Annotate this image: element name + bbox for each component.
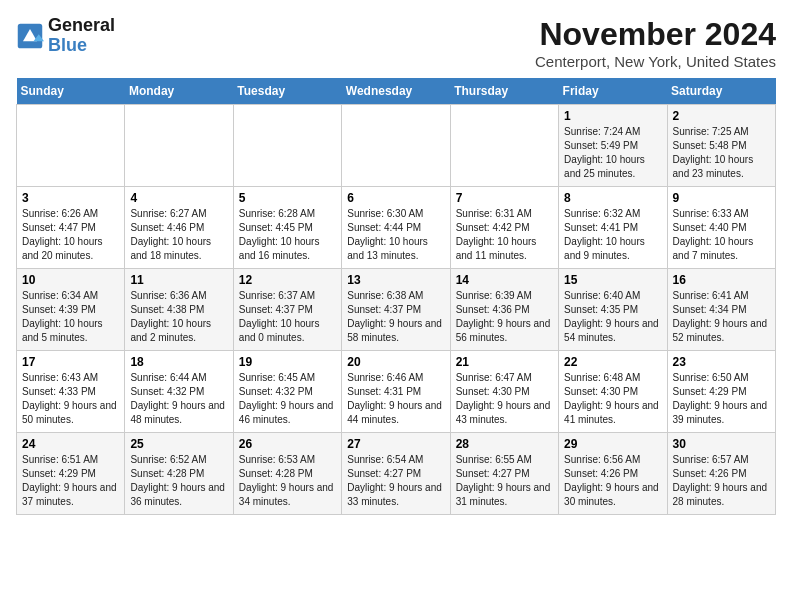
day-number: 14 <box>456 273 553 287</box>
calendar-cell: 12Sunrise: 6:37 AM Sunset: 4:37 PM Dayli… <box>233 269 341 351</box>
day-info: Sunrise: 6:27 AM Sunset: 4:46 PM Dayligh… <box>130 207 227 263</box>
calendar-cell: 8Sunrise: 6:32 AM Sunset: 4:41 PM Daylig… <box>559 187 667 269</box>
day-number: 16 <box>673 273 770 287</box>
weekday-header-saturday: Saturday <box>667 78 775 105</box>
day-info: Sunrise: 6:47 AM Sunset: 4:30 PM Dayligh… <box>456 371 553 427</box>
calendar-cell: 23Sunrise: 6:50 AM Sunset: 4:29 PM Dayli… <box>667 351 775 433</box>
calendar-cell: 18Sunrise: 6:44 AM Sunset: 4:32 PM Dayli… <box>125 351 233 433</box>
calendar-cell <box>233 105 341 187</box>
calendar-cell <box>125 105 233 187</box>
calendar-cell: 14Sunrise: 6:39 AM Sunset: 4:36 PM Dayli… <box>450 269 558 351</box>
weekday-header-thursday: Thursday <box>450 78 558 105</box>
calendar-cell: 17Sunrise: 6:43 AM Sunset: 4:33 PM Dayli… <box>17 351 125 433</box>
day-number: 4 <box>130 191 227 205</box>
day-info: Sunrise: 6:54 AM Sunset: 4:27 PM Dayligh… <box>347 453 444 509</box>
day-number: 13 <box>347 273 444 287</box>
calendar-cell <box>17 105 125 187</box>
day-info: Sunrise: 6:43 AM Sunset: 4:33 PM Dayligh… <box>22 371 119 427</box>
header: General Blue November 2024 Centerport, N… <box>16 16 776 70</box>
day-info: Sunrise: 6:41 AM Sunset: 4:34 PM Dayligh… <box>673 289 770 345</box>
day-number: 19 <box>239 355 336 369</box>
logo-icon <box>16 22 44 50</box>
day-number: 1 <box>564 109 661 123</box>
day-number: 6 <box>347 191 444 205</box>
day-info: Sunrise: 6:26 AM Sunset: 4:47 PM Dayligh… <box>22 207 119 263</box>
day-info: Sunrise: 6:52 AM Sunset: 4:28 PM Dayligh… <box>130 453 227 509</box>
logo-line2: Blue <box>48 36 115 56</box>
day-info: Sunrise: 6:34 AM Sunset: 4:39 PM Dayligh… <box>22 289 119 345</box>
title-area: November 2024 Centerport, New York, Unit… <box>535 16 776 70</box>
calendar-cell: 10Sunrise: 6:34 AM Sunset: 4:39 PM Dayli… <box>17 269 125 351</box>
calendar-cell: 15Sunrise: 6:40 AM Sunset: 4:35 PM Dayli… <box>559 269 667 351</box>
weekday-header-tuesday: Tuesday <box>233 78 341 105</box>
calendar-cell: 21Sunrise: 6:47 AM Sunset: 4:30 PM Dayli… <box>450 351 558 433</box>
day-info: Sunrise: 6:51 AM Sunset: 4:29 PM Dayligh… <box>22 453 119 509</box>
week-row-0: 1Sunrise: 7:24 AM Sunset: 5:49 PM Daylig… <box>17 105 776 187</box>
weekday-header-sunday: Sunday <box>17 78 125 105</box>
day-info: Sunrise: 6:56 AM Sunset: 4:26 PM Dayligh… <box>564 453 661 509</box>
day-info: Sunrise: 7:24 AM Sunset: 5:49 PM Dayligh… <box>564 125 661 181</box>
week-row-3: 17Sunrise: 6:43 AM Sunset: 4:33 PM Dayli… <box>17 351 776 433</box>
day-number: 24 <box>22 437 119 451</box>
day-number: 18 <box>130 355 227 369</box>
calendar-cell: 22Sunrise: 6:48 AM Sunset: 4:30 PM Dayli… <box>559 351 667 433</box>
weekday-header-friday: Friday <box>559 78 667 105</box>
day-info: Sunrise: 6:37 AM Sunset: 4:37 PM Dayligh… <box>239 289 336 345</box>
day-info: Sunrise: 6:50 AM Sunset: 4:29 PM Dayligh… <box>673 371 770 427</box>
day-number: 10 <box>22 273 119 287</box>
day-info: Sunrise: 6:31 AM Sunset: 4:42 PM Dayligh… <box>456 207 553 263</box>
calendar-cell: 1Sunrise: 7:24 AM Sunset: 5:49 PM Daylig… <box>559 105 667 187</box>
calendar-cell: 30Sunrise: 6:57 AM Sunset: 4:26 PM Dayli… <box>667 433 775 515</box>
calendar-cell: 7Sunrise: 6:31 AM Sunset: 4:42 PM Daylig… <box>450 187 558 269</box>
day-info: Sunrise: 6:48 AM Sunset: 4:30 PM Dayligh… <box>564 371 661 427</box>
calendar-cell: 20Sunrise: 6:46 AM Sunset: 4:31 PM Dayli… <box>342 351 450 433</box>
calendar-cell: 16Sunrise: 6:41 AM Sunset: 4:34 PM Dayli… <box>667 269 775 351</box>
weekday-header-row: SundayMondayTuesdayWednesdayThursdayFrid… <box>17 78 776 105</box>
month-title: November 2024 <box>535 16 776 53</box>
day-number: 27 <box>347 437 444 451</box>
day-number: 25 <box>130 437 227 451</box>
location-title: Centerport, New York, United States <box>535 53 776 70</box>
logo-text: General Blue <box>48 16 115 56</box>
calendar-cell: 29Sunrise: 6:56 AM Sunset: 4:26 PM Dayli… <box>559 433 667 515</box>
weekday-header-wednesday: Wednesday <box>342 78 450 105</box>
calendar-table: SundayMondayTuesdayWednesdayThursdayFrid… <box>16 78 776 515</box>
calendar-cell: 28Sunrise: 6:55 AM Sunset: 4:27 PM Dayli… <box>450 433 558 515</box>
calendar-cell: 27Sunrise: 6:54 AM Sunset: 4:27 PM Dayli… <box>342 433 450 515</box>
day-info: Sunrise: 6:28 AM Sunset: 4:45 PM Dayligh… <box>239 207 336 263</box>
day-number: 2 <box>673 109 770 123</box>
calendar-cell: 5Sunrise: 6:28 AM Sunset: 4:45 PM Daylig… <box>233 187 341 269</box>
day-number: 22 <box>564 355 661 369</box>
calendar-cell: 19Sunrise: 6:45 AM Sunset: 4:32 PM Dayli… <box>233 351 341 433</box>
day-number: 20 <box>347 355 444 369</box>
day-number: 3 <box>22 191 119 205</box>
day-info: Sunrise: 6:53 AM Sunset: 4:28 PM Dayligh… <box>239 453 336 509</box>
day-info: Sunrise: 7:25 AM Sunset: 5:48 PM Dayligh… <box>673 125 770 181</box>
day-number: 12 <box>239 273 336 287</box>
day-number: 5 <box>239 191 336 205</box>
day-info: Sunrise: 6:36 AM Sunset: 4:38 PM Dayligh… <box>130 289 227 345</box>
day-info: Sunrise: 6:57 AM Sunset: 4:26 PM Dayligh… <box>673 453 770 509</box>
calendar-cell <box>342 105 450 187</box>
calendar-cell: 11Sunrise: 6:36 AM Sunset: 4:38 PM Dayli… <box>125 269 233 351</box>
day-number: 30 <box>673 437 770 451</box>
week-row-2: 10Sunrise: 6:34 AM Sunset: 4:39 PM Dayli… <box>17 269 776 351</box>
day-number: 21 <box>456 355 553 369</box>
calendar-cell: 25Sunrise: 6:52 AM Sunset: 4:28 PM Dayli… <box>125 433 233 515</box>
day-number: 26 <box>239 437 336 451</box>
day-number: 23 <box>673 355 770 369</box>
day-number: 9 <box>673 191 770 205</box>
day-info: Sunrise: 6:44 AM Sunset: 4:32 PM Dayligh… <box>130 371 227 427</box>
day-number: 29 <box>564 437 661 451</box>
calendar-cell: 13Sunrise: 6:38 AM Sunset: 4:37 PM Dayli… <box>342 269 450 351</box>
calendar-cell: 4Sunrise: 6:27 AM Sunset: 4:46 PM Daylig… <box>125 187 233 269</box>
day-info: Sunrise: 6:39 AM Sunset: 4:36 PM Dayligh… <box>456 289 553 345</box>
day-info: Sunrise: 6:30 AM Sunset: 4:44 PM Dayligh… <box>347 207 444 263</box>
logo-line1: General <box>48 16 115 36</box>
calendar-cell: 24Sunrise: 6:51 AM Sunset: 4:29 PM Dayli… <box>17 433 125 515</box>
day-number: 15 <box>564 273 661 287</box>
day-number: 17 <box>22 355 119 369</box>
calendar-cell: 2Sunrise: 7:25 AM Sunset: 5:48 PM Daylig… <box>667 105 775 187</box>
calendar-cell: 9Sunrise: 6:33 AM Sunset: 4:40 PM Daylig… <box>667 187 775 269</box>
day-info: Sunrise: 6:55 AM Sunset: 4:27 PM Dayligh… <box>456 453 553 509</box>
